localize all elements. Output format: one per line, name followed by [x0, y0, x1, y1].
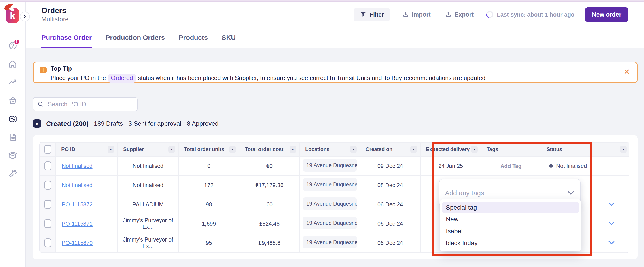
banner-message: Place your PO in the Ordered status when… — [50, 74, 486, 82]
topbar-actions: Filter Import Export Last sync: about 1 … — [354, 8, 628, 22]
row-checkbox[interactable] — [44, 200, 51, 209]
filter-label: Filter — [370, 11, 384, 18]
column-header-cost: Total order cost▾ — [239, 142, 300, 156]
sync-spinner-icon — [485, 10, 495, 20]
tab-products[interactable]: Products — [179, 27, 208, 48]
chevron-right-icon — [22, 14, 27, 19]
column-header-units: Total order units▾ — [178, 142, 239, 156]
add-tag-button[interactable]: Add Tag — [500, 163, 522, 169]
tag-option[interactable]: New — [442, 214, 579, 225]
chevron-down-icon — [567, 191, 574, 195]
cost-cell: €0 — [239, 195, 300, 214]
units-column-menu-button[interactable]: ▾ — [229, 146, 236, 153]
created-on-cell: 06 Dec 24 — [360, 195, 420, 214]
column-header-supplier: Supplier▾ — [118, 142, 178, 156]
po-id-link[interactable]: PO-1115871 — [62, 220, 92, 227]
location-pill: 19 Avenue Duquesne... — [303, 159, 357, 172]
section-title: Created (200) — [46, 120, 88, 128]
cost-column-menu-button[interactable]: ▾ — [290, 146, 296, 153]
export-button[interactable]: Export — [443, 10, 476, 20]
sidebar-expand-button[interactable] — [20, 12, 30, 22]
status-label: Not finalised — [556, 163, 587, 169]
sidebar-item-tools[interactable] — [8, 169, 18, 179]
po-id-link[interactable]: Not finalised — [62, 163, 92, 169]
row-expand-chevron-icon[interactable] — [607, 201, 616, 208]
supplier-cell: Jimmy's Purveyor of Ex... — [118, 214, 178, 233]
row-checkbox[interactable] — [44, 238, 51, 247]
created-on-cell: 06 Dec 24 — [360, 233, 420, 252]
open-box-icon — [8, 151, 18, 160]
wrench-icon — [8, 169, 18, 179]
search-icon — [37, 101, 44, 108]
expected-delivery-cell: 24 Jun 25 — [420, 156, 481, 176]
expected-delivery-column-menu-button[interactable]: ▾ — [471, 146, 478, 153]
logo-area: k — [0, 0, 25, 34]
created-on-cell: 08 Dec 24 — [360, 176, 420, 195]
row-expand-chevron-icon[interactable] — [607, 220, 616, 227]
locations-column-menu-button[interactable]: ▾ — [350, 146, 357, 153]
app-logo[interactable]: k — [6, 8, 20, 23]
basket-icon — [8, 96, 18, 105]
tag-option[interactable]: Isabel — [442, 226, 579, 237]
tag-option[interactable]: black friday — [442, 238, 579, 249]
row-checkbox[interactable] — [44, 162, 51, 170]
column-header-status: Status — [541, 142, 593, 156]
export-label: Export — [454, 11, 474, 18]
sync-status: Last sync: about 1 hour ago — [486, 11, 574, 18]
page-title-block: Orders Multistore — [41, 6, 68, 23]
supplier-cell: Jimmy's Purveyor of Ex... — [118, 233, 178, 252]
po-id-column-menu-button[interactable]: ▾ — [108, 146, 114, 153]
created-on-column-menu-button[interactable]: ▾ — [410, 146, 417, 153]
sidebar-item-sales[interactable] — [8, 96, 18, 106]
banner-title: Top Tip — [50, 65, 486, 72]
new-order-button[interactable]: New order — [585, 8, 628, 22]
select-all-checkbox[interactable] — [44, 145, 51, 154]
po-id-link[interactable]: PO-1115872 — [62, 201, 92, 208]
banner-text-after: status when it has been placed with Supp… — [138, 75, 486, 82]
sidebar-item-orders[interactable] — [8, 114, 18, 124]
sidebar-item-documents[interactable] — [8, 132, 18, 142]
funnel-icon — [360, 11, 366, 18]
row-expand-chevron-icon[interactable] — [607, 240, 616, 246]
location-pill: 19 Avenue Duquesne — [303, 198, 357, 210]
home-icon — [8, 59, 18, 69]
supplier-column-menu-button[interactable]: ▾ — [168, 146, 175, 153]
banner-close-button[interactable]: ✕ — [623, 68, 630, 76]
topbar: Orders Multistore Filter Import Export — [26, 0, 644, 27]
page-title: Orders — [41, 6, 68, 15]
column-header-expected-delivery: Expected delivery▾ — [420, 142, 481, 156]
po-id-link[interactable]: PO-1115870 — [62, 240, 92, 246]
purchase-orders-icon — [8, 114, 18, 124]
section-summary: 189 Drafts - 3 Sent for approval - 8 App… — [94, 120, 218, 127]
import-button[interactable]: Import — [400, 10, 432, 20]
tag-option[interactable]: Special tag — [442, 202, 579, 213]
tab-purchase-order[interactable]: Purchase Order — [41, 27, 92, 48]
filter-button[interactable]: Filter — [354, 8, 390, 22]
sidebar-item-home[interactable] — [8, 59, 18, 69]
column-header-created-on: Created on▾ — [360, 142, 420, 156]
sidebar-item-insights[interactable] — [8, 77, 18, 87]
import-label: Import — [412, 11, 431, 18]
location-pill: 19 Avenue Duquesne — [303, 236, 357, 248]
document-icon — [8, 132, 18, 142]
row-checkbox[interactable] — [44, 219, 51, 228]
column-header-po-id: PO ID▾ — [56, 142, 118, 156]
units-cell: 0 — [178, 156, 239, 176]
last-sync-label: Last sync: about 1 hour ago — [497, 11, 574, 18]
sidebar-item-help[interactable]: 1 — [8, 41, 18, 50]
units-cell: 1,699 — [178, 214, 239, 233]
sidebar-item-stock[interactable] — [8, 151, 18, 160]
collapse-section-button[interactable]: ▶ — [33, 120, 41, 128]
tag-editor-placeholder: Add any tags — [445, 189, 567, 197]
tab-sku[interactable]: SKU — [222, 27, 236, 48]
actions-column-menu-button[interactable]: ▾ — [620, 146, 626, 153]
supplier-cell: Not finalised — [118, 156, 178, 176]
tag-options-dropdown: Special tag New Isabel black friday — [440, 199, 582, 251]
column-header-locations: Locations▾ — [300, 142, 360, 156]
export-icon — [445, 11, 452, 18]
search-input[interactable] — [47, 100, 133, 108]
po-id-link[interactable]: Not finalised — [62, 182, 92, 188]
row-checkbox[interactable] — [44, 181, 51, 190]
sidebar: k 1 — [0, 0, 26, 267]
tab-production-orders[interactable]: Production Orders — [106, 27, 165, 48]
